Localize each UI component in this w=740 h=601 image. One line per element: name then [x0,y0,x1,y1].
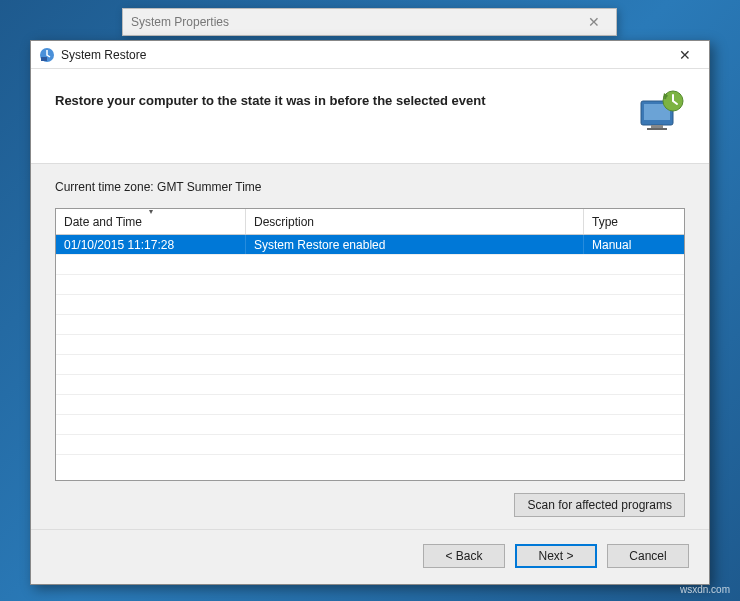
column-header-datetime[interactable]: ▾ Date and Time [56,209,246,234]
cell-description: System Restore enabled [246,235,584,254]
column-label: Type [592,215,618,229]
empty-row [56,315,684,335]
svg-rect-5 [647,128,667,130]
footer: < Back Next > Cancel [31,529,709,584]
empty-row [56,335,684,355]
timezone-label: Current time zone: GMT Summer Time [55,180,685,194]
cell-datetime: 01/10/2015 11:17:28 [56,235,246,254]
sort-indicator-icon: ▾ [149,208,153,216]
header-area: Restore your computer to the state it wa… [31,69,709,164]
empty-row [56,255,684,275]
empty-row [56,435,684,455]
close-button[interactable]: ✕ [667,44,703,66]
system-restore-icon [39,47,55,63]
scan-affected-button[interactable]: Scan for affected programs [514,493,685,517]
empty-row [56,275,684,295]
empty-row [56,415,684,435]
column-header-description[interactable]: Description [246,209,584,234]
content-area: Current time zone: GMT Summer Time ▾ Dat… [31,164,709,529]
back-button[interactable]: < Back [423,544,505,568]
table-header: ▾ Date and Time Description Type [56,209,684,235]
column-header-type[interactable]: Type [584,209,684,234]
table-row[interactable]: 01/10/2015 11:17:28 System Restore enabl… [56,235,684,255]
empty-row [56,375,684,395]
next-button[interactable]: Next > [515,544,597,568]
close-icon: ✕ [679,47,691,63]
svg-rect-1 [41,57,47,61]
watermark: wsxdn.com [680,584,730,595]
system-restore-dialog: System Restore ✕ Restore your computer t… [30,40,710,585]
svg-rect-4 [651,125,663,128]
empty-row [56,355,684,375]
background-window-titlebar: System Properties ✕ [122,8,617,36]
empty-row [56,395,684,415]
header-text: Restore your computer to the state it wa… [55,89,625,108]
dialog-title: System Restore [61,48,667,62]
column-label: Date and Time [64,215,142,229]
restore-points-table: ▾ Date and Time Description Type 01/10/2… [55,208,685,481]
background-close-icon[interactable]: ✕ [580,14,608,30]
titlebar: System Restore ✕ [31,41,709,69]
table-body: 01/10/2015 11:17:28 System Restore enabl… [56,235,684,480]
cancel-button[interactable]: Cancel [607,544,689,568]
scan-row: Scan for affected programs [55,481,685,521]
restore-monitor-icon [637,89,685,137]
cell-type: Manual [584,235,684,254]
background-window-title: System Properties [131,15,580,29]
empty-row [56,295,684,315]
column-label: Description [254,215,314,229]
